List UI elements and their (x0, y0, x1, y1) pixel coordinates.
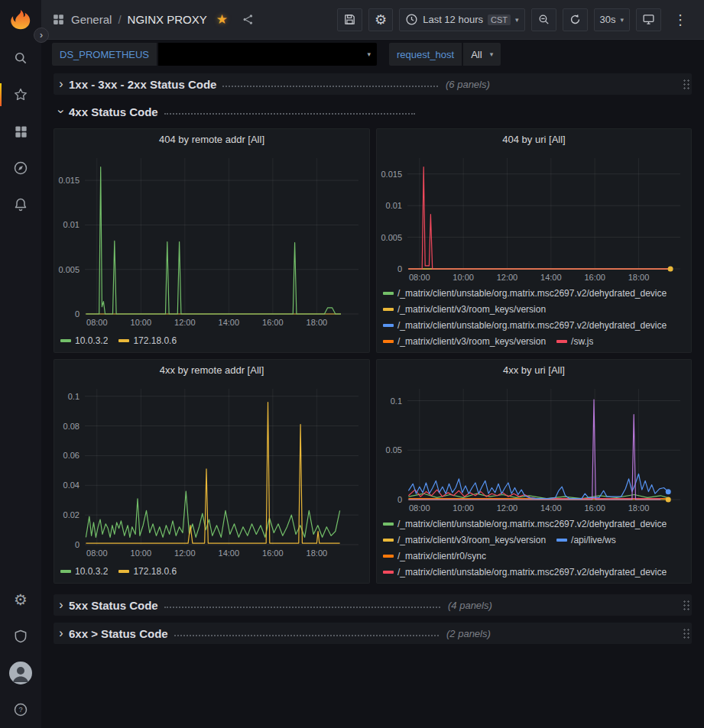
legend-item[interactable]: 172.18.0.6 (118, 564, 177, 580)
chevron-down-icon: ▾ (620, 16, 624, 24)
svg-text:0.1: 0.1 (391, 396, 402, 405)
panel-title[interactable]: 4xx by uri [All] (377, 360, 691, 381)
svg-text:08:00: 08:00 (86, 318, 108, 327)
sidebar-item-profile[interactable] (0, 655, 41, 691)
refresh-icon (569, 13, 582, 26)
monitor-icon (642, 13, 655, 26)
svg-text:0: 0 (75, 540, 79, 549)
timeseries-plot[interactable]: 00.050.108:0010:0012:0014:0016:0018:00 (377, 381, 691, 515)
row-drag-handle[interactable] (683, 628, 690, 639)
legend-swatch (60, 339, 71, 342)
svg-text:18:00: 18:00 (307, 318, 328, 327)
compass-icon (13, 160, 28, 176)
favorite-star-icon[interactable]: ★ (216, 11, 228, 28)
legend-label: /_matrix/client/r0/sync (397, 551, 486, 561)
svg-text:14:00: 14:00 (219, 548, 240, 558)
svg-text:08:00: 08:00 (409, 503, 430, 513)
svg-text:14:00: 14:00 (540, 503, 562, 513)
row-drag-handle[interactable] (683, 79, 690, 90)
legend-item[interactable]: 10.0.3.2 (60, 333, 108, 349)
save-dashboard-button[interactable] (337, 8, 362, 31)
panel-4xx-by-uri: 4xx by uri [All] 00.050.108:0010:0012:00… (376, 359, 692, 584)
refresh-interval-label: 30s (600, 14, 616, 25)
sidebar-item-dashboards[interactable] (0, 113, 41, 150)
legend-item[interactable]: /sw.js (556, 334, 593, 350)
chevron-down-icon: ▾ (368, 50, 371, 58)
legend-label: 10.0.3.2 (75, 335, 108, 346)
timeseries-plot[interactable]: 00.0050.010.01508:0010:0012:0014:0016:00… (377, 150, 691, 284)
legend-item[interactable]: 10.0.3.2 (60, 564, 108, 580)
row-title: 5xx Status Code (69, 599, 158, 612)
row-header-4xx[interactable]: › 4xx Status Code (54, 101, 692, 122)
svg-text:18:00: 18:00 (628, 503, 650, 513)
sidebar: ⚙ ? (0, 0, 41, 728)
panel-title[interactable]: 404 by uri [All] (377, 129, 691, 150)
legend-swatch (383, 555, 394, 558)
panel-title[interactable]: 4xx by remote addr [All] (54, 360, 369, 381)
row-panel-count: (6 panels) (446, 79, 490, 90)
variable-label[interactable]: DS_PROMETHEUS (52, 43, 157, 66)
variable-value: All (471, 49, 482, 60)
sidebar-collapse-button[interactable]: › (34, 28, 49, 43)
legend-item[interactable]: /_matrix/client/v3/room_keys/version (383, 302, 546, 318)
timeseries-plot[interactable]: 00.0050.010.01508:0010:0012:0014:0016:00… (54, 150, 369, 329)
help-icon: ? (13, 702, 28, 717)
share-icon[interactable] (242, 13, 255, 26)
row-title-dots (222, 86, 438, 87)
svg-text:0: 0 (397, 495, 402, 504)
refresh-interval-dropdown[interactable]: 30s ▾ (594, 8, 631, 31)
panel-title[interactable]: 404 by remote addr [All] (54, 129, 369, 150)
sidebar-item-search[interactable] (0, 40, 41, 76)
panel-legend: /_matrix/client/unstable/org.matrix.msc2… (377, 515, 691, 583)
dashboard-content: › 1xx - 3xx - 2xx Status Code (6 panels)… (41, 69, 704, 728)
sidebar-item-server-admin[interactable] (0, 618, 41, 655)
row-header-6xx[interactable]: › 6xx > Status Code (2 panels) (54, 623, 692, 644)
panel-legend: 10.0.3.2172.18.0.6 (54, 329, 369, 352)
legend-item[interactable]: /_matrix/client/v3/room_keys/version (383, 532, 546, 548)
dashboard-title[interactable]: NGINX PROXY (128, 13, 207, 26)
row-header-5xx[interactable]: › 5xx Status Code (4 panels) (54, 594, 692, 616)
svg-text:08:00: 08:00 (86, 548, 108, 558)
dashboard-settings-button[interactable]: ⚙ (368, 8, 393, 31)
breadcrumb-folder[interactable]: General (71, 13, 112, 26)
legend-item[interactable]: 172.18.0.6 (118, 333, 177, 349)
svg-text:?: ? (18, 706, 22, 713)
sidebar-item-starred[interactable] (0, 76, 41, 113)
legend-item[interactable]: /_matrix/client/unstable/org.matrix.msc2… (383, 286, 667, 302)
sidebar-item-explore[interactable] (0, 150, 41, 186)
sidebar-item-configuration[interactable]: ⚙ (0, 581, 41, 618)
variable-label[interactable]: request_host (389, 43, 462, 66)
legend-item[interactable]: /_matrix/client/unstable/org.matrix.msc2… (383, 318, 667, 334)
shield-icon (13, 629, 28, 644)
sidebar-item-alerting[interactable] (0, 186, 41, 223)
variable-value-dropdown[interactable]: All ▾ (463, 43, 501, 66)
legend-item[interactable]: /api/live/ws (556, 532, 616, 548)
svg-text:18:00: 18:00 (628, 273, 650, 282)
variable-request-host: request_host All ▾ (389, 43, 501, 66)
legend-item[interactable]: /_matrix/client/r0/sync (383, 548, 486, 565)
svg-text:08:00: 08:00 (409, 273, 430, 282)
variable-value-dropdown[interactable]: ▾ (158, 43, 377, 66)
star-outline-icon (13, 87, 28, 102)
row-drag-handle[interactable] (683, 600, 690, 611)
legend-item[interactable]: /_matrix/client/v3/room_keys/version (383, 334, 546, 350)
legend-swatch (383, 539, 394, 542)
svg-text:0.1: 0.1 (68, 392, 79, 401)
row-header-1xx-3xx-2xx[interactable]: › 1xx - 3xx - 2xx Status Code (6 panels) (54, 73, 692, 95)
svg-text:16:00: 16:00 (584, 273, 605, 282)
sidebar-item-help[interactable]: ? (0, 691, 41, 728)
svg-text:0.06: 0.06 (63, 451, 79, 460)
timeseries-plot[interactable]: 00.020.040.060.080.108:0010:0012:0014:00… (54, 381, 369, 560)
more-options-button[interactable]: ⋮ (667, 8, 693, 31)
legend-swatch (118, 339, 129, 342)
row-title-dots (174, 635, 439, 636)
tv-mode-button[interactable] (636, 8, 661, 31)
zoom-out-button[interactable] (531, 8, 556, 31)
legend-item[interactable]: /_matrix/client/unstable/org.matrix.msc2… (383, 516, 667, 532)
refresh-button[interactable] (563, 8, 588, 31)
legend-item[interactable]: /_matrix/client/unstable/org.matrix.msc2… (383, 565, 667, 581)
dashboard-variables-bar: DS_PROMETHEUS ▾ request_host All ▾ (41, 40, 704, 69)
svg-text:0.08: 0.08 (63, 421, 79, 430)
row-title: 4xx Status Code (69, 105, 158, 118)
time-range-picker[interactable]: Last 12 hours CST ▾ (399, 8, 524, 31)
